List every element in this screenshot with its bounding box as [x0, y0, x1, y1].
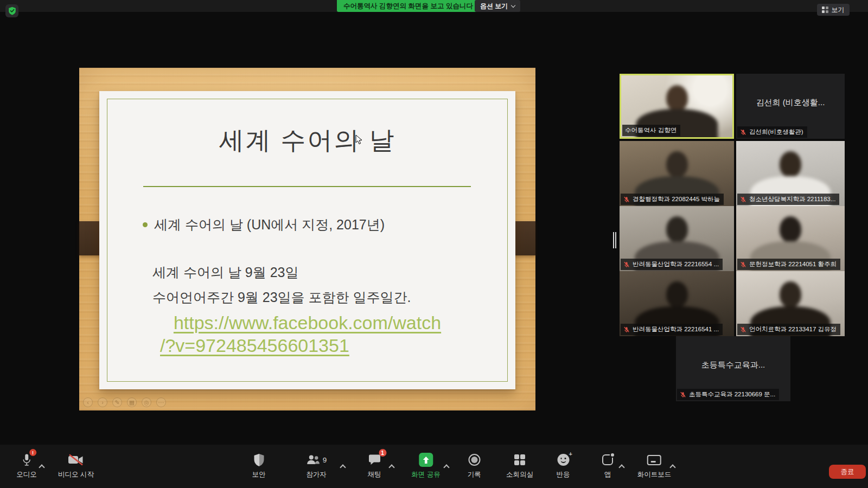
- chat-label: 채팅: [368, 470, 381, 479]
- audio-label: 오디오: [16, 470, 37, 479]
- record-button[interactable]: 기록: [468, 453, 481, 479]
- mic-off-icon: [623, 261, 630, 268]
- participant-tile[interactable]: 반려동물산업학과 22216541 ...: [620, 271, 734, 336]
- slide-zoom-icon: ◎: [142, 397, 151, 407]
- start-video-label: 비디오 시작: [58, 470, 94, 479]
- view-options-button[interactable]: 옵션 보기: [475, 0, 520, 12]
- participant-tile[interactable]: 김선희 (비호생활... 김선희(비호생활관): [736, 74, 845, 139]
- encryption-shield-icon[interactable]: [5, 4, 18, 17]
- bullet-dot-icon: [143, 222, 148, 227]
- mouse-cursor: [355, 134, 362, 145]
- participant-name: 초등특수교육과 22130669 문...: [689, 390, 775, 399]
- participants-button[interactable]: 9 참가자: [306, 453, 327, 479]
- participant-tile[interactable]: 문헌정보학과 22214051 황주희: [736, 206, 845, 271]
- participants-label: 참가자: [306, 470, 327, 479]
- breakout-rooms-icon: [514, 454, 526, 466]
- banner-drag-handle-icon: ⋯: [457, 4, 464, 11]
- participant-name: 김선희(비호생활관): [749, 128, 803, 136]
- slide-paper: 세계 수어의 날 세계 수어의 날 (UN에서 지정, 2017년) 세계 수어…: [99, 91, 515, 389]
- gallery-view-icon: [822, 7, 828, 13]
- view-button-label: 보기: [832, 5, 845, 15]
- share-options-chevron[interactable]: [443, 464, 449, 470]
- whiteboard-icon: [647, 455, 661, 465]
- record-label: 기록: [468, 470, 481, 479]
- slide-next-icon: ›: [98, 397, 107, 407]
- slide-title-divider: [143, 186, 471, 187]
- share-screen-icon: [419, 453, 433, 467]
- start-video-button[interactable]: 비디오 시작: [58, 453, 94, 479]
- participants-icon: [306, 453, 320, 466]
- security-label: 보안: [252, 470, 266, 479]
- apps-label: 앱: [604, 470, 611, 479]
- sidebar-resize-handle[interactable]: [613, 232, 616, 248]
- participant-name: 반려동물산업학과 22216541 ...: [633, 325, 719, 333]
- mic-off-icon: [680, 391, 686, 398]
- participant-tile[interactable]: 청소년상담복지학과 2211183...: [736, 141, 845, 206]
- participant-tile[interactable]: 초등특수교육과... 초등특수교육과 22130669 문...: [676, 336, 790, 401]
- mic-off-icon: [623, 196, 630, 203]
- share-screen-label: 화면 공유: [411, 470, 440, 479]
- chat-unread-badge: 1: [379, 449, 386, 457]
- chat-bubble-icon: [368, 453, 381, 466]
- participant-tile[interactable]: 반려동물산업학과 22216554 ...: [620, 206, 734, 271]
- chat-button[interactable]: 1 채팅: [368, 453, 381, 479]
- slide-title: 세계 수어의 날: [99, 124, 515, 157]
- audio-button[interactable]: ! 오디오: [16, 453, 37, 479]
- shared-screen-slide: 세계 수어의 날 세계 수어의 날 (UN에서 지정, 2017년) 세계 수어…: [79, 68, 535, 410]
- participant-name: 수어통역사 김향연: [625, 126, 676, 134]
- view-options-label: 옵션 보기: [480, 2, 508, 11]
- mic-off-icon: [623, 326, 630, 333]
- participants-count: 9: [323, 456, 327, 464]
- whiteboard-label: 화이트보드: [637, 470, 672, 479]
- reactions-label: 반응: [557, 470, 570, 479]
- reactions-smiley-icon: +: [557, 454, 569, 466]
- video-off-icon: [68, 453, 84, 466]
- slide-more-icon: ⋯: [156, 397, 166, 407]
- breakout-rooms-button[interactable]: 소회의실: [506, 453, 533, 479]
- mic-off-icon: [740, 261, 746, 268]
- slide-pen-icon: ✎: [112, 397, 122, 407]
- mic-off-icon: [740, 196, 746, 203]
- audio-options-chevron[interactable]: [39, 464, 44, 470]
- end-meeting-button[interactable]: 종료: [829, 465, 866, 479]
- slide-link-line-1: https://www.facebook.com/watch: [99, 312, 515, 333]
- apps-button[interactable]: 앱: [602, 453, 613, 479]
- slide-body-line-2: 수어언어주간 9월 23일을 포함한 일주일간.: [152, 288, 411, 306]
- slide-prev-icon: ‹: [83, 397, 93, 407]
- view-layout-button[interactable]: 보기: [817, 4, 850, 16]
- security-shield-icon: [253, 453, 265, 467]
- chevron-down-icon: [511, 3, 515, 7]
- slide-bullet-text: 세계 수어의 날 (UN에서 지정, 2017년): [154, 216, 385, 234]
- mic-off-icon: [740, 326, 746, 333]
- whiteboard-button[interactable]: 화이트보드: [637, 453, 672, 479]
- share-screen-button[interactable]: 화면 공유: [411, 453, 440, 479]
- participant-name: 반려동물산업학과 22216554 ...: [633, 260, 719, 268]
- participant-name: 경찰행정학과 22082445 박하늘: [633, 195, 720, 203]
- reactions-button[interactable]: + 반응: [557, 453, 570, 479]
- mic-off-icon: [740, 129, 746, 136]
- slide-link-line-2: /?v=972485456601351: [160, 335, 349, 356]
- participant-tile[interactable]: 언어치료학과 22133417 김유정: [736, 271, 845, 336]
- slideshow-controls: ‹ › ✎ ▦ ◎ ⋯: [83, 397, 166, 407]
- participant-name: 문헌정보학과 22214051 황주희: [749, 260, 837, 268]
- apps-options-chevron[interactable]: [618, 464, 624, 470]
- breakout-rooms-label: 소회의실: [506, 470, 533, 479]
- chat-options-chevron[interactable]: [388, 464, 394, 470]
- participant-tile[interactable]: 경찰행정학과 22082445 박하늘: [620, 141, 734, 206]
- participants-options-chevron[interactable]: [340, 464, 346, 470]
- participant-tile[interactable]: 수어통역사 김향연: [620, 74, 734, 139]
- record-icon: [468, 454, 480, 466]
- participant-name: 언어치료학과 22133417 김유정: [749, 325, 837, 333]
- slide-body-line-1: 세계 수어의 날 9월 23일: [152, 264, 299, 281]
- slide-grid-icon: ▦: [127, 397, 137, 407]
- audio-alert-badge: !: [29, 449, 36, 456]
- apps-icon: [602, 454, 613, 465]
- security-button[interactable]: 보안: [252, 453, 266, 479]
- participant-name: 청소년상담복지학과 2211183...: [749, 195, 835, 203]
- meeting-toolbar: ! 오디오 비디오 시작 보안 9 참가자 1 채팅: [0, 445, 868, 488]
